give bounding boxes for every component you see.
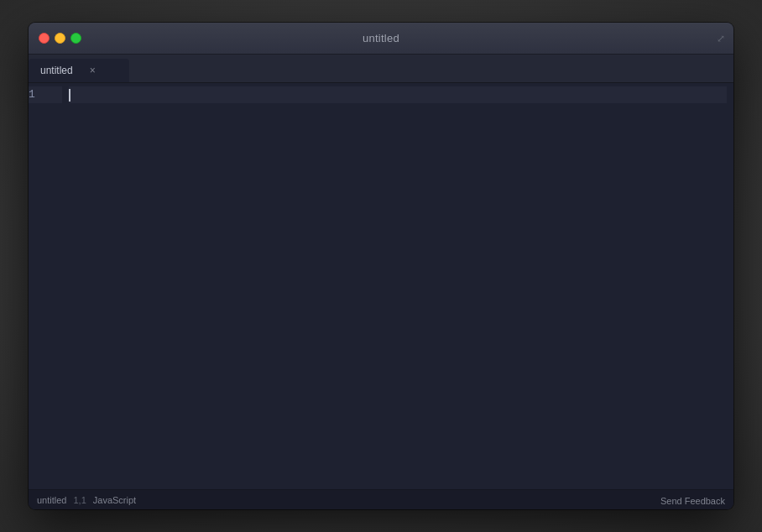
- line-numbers: 1: [29, 83, 62, 489]
- tab-close-icon[interactable]: ×: [90, 65, 96, 76]
- minimize-button[interactable]: [55, 33, 65, 44]
- status-language[interactable]: JavaScript: [93, 495, 136, 505]
- code-editor[interactable]: [62, 83, 733, 489]
- send-feedback-button[interactable]: Send Feedback: [660, 496, 725, 506]
- status-filename: untitled: [37, 495, 66, 505]
- editor-content: 1: [29, 83, 733, 489]
- maximize-button[interactable]: [70, 33, 81, 44]
- window-title: untitled: [363, 32, 399, 44]
- line-number-1: 1: [29, 86, 62, 103]
- text-cursor: [69, 89, 70, 102]
- status-position: 1,1: [73, 495, 86, 505]
- tab-bar: untitled ×: [29, 55, 733, 83]
- tab-label: untitled: [40, 65, 73, 76]
- editor-area: 1: [29, 83, 733, 489]
- status-left: untitled 1,1 JavaScript: [37, 495, 136, 505]
- editor-window: untitled ⤢ untitled × 1: [29, 23, 733, 509]
- tab-untitled[interactable]: untitled ×: [29, 59, 129, 82]
- traffic-lights: [29, 33, 81, 44]
- active-line: [69, 86, 727, 103]
- close-button[interactable]: [39, 33, 50, 44]
- title-bar: untitled ⤢: [29, 23, 733, 55]
- expand-icon[interactable]: ⤢: [717, 33, 725, 44]
- status-bar: untitled 1,1 JavaScript Send Feedback: [29, 489, 733, 509]
- status-right: Send Feedback: [660, 493, 725, 508]
